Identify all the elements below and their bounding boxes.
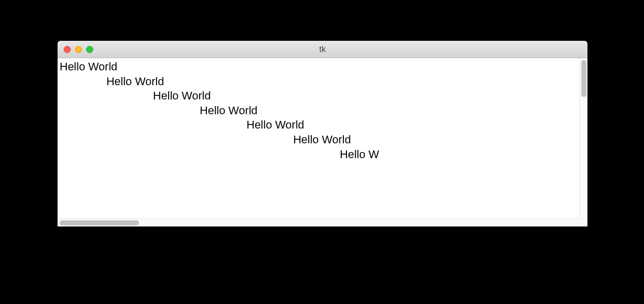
zoom-icon[interactable] — [86, 46, 93, 53]
text-line: Hello World — [60, 74, 577, 89]
close-icon[interactable] — [64, 46, 71, 53]
text-line: Hello W — [60, 147, 577, 162]
minimize-icon[interactable] — [75, 46, 82, 53]
horizontal-scrollbar[interactable] — [58, 218, 587, 226]
content-area: Hello World Hello World Hello World Hell… — [58, 58, 587, 218]
vertical-scrollbar-thumb[interactable] — [581, 60, 586, 97]
text-line: Hello World — [60, 89, 577, 104]
text-line: Hello World — [60, 60, 577, 74]
app-window: tk Hello World Hello World Hello World H… — [58, 41, 587, 226]
traffic-lights — [58, 46, 93, 53]
titlebar[interactable]: tk — [58, 41, 587, 58]
text-line: Hello World — [60, 104, 577, 118]
vertical-scrollbar[interactable] — [579, 58, 587, 218]
window-title: tk — [58, 44, 587, 55]
text-widget[interactable]: Hello World Hello World Hello World Hell… — [58, 58, 579, 218]
text-line: Hello World — [60, 118, 577, 133]
text-line: Hello World — [60, 133, 577, 147]
horizontal-scrollbar-thumb[interactable] — [60, 220, 139, 225]
